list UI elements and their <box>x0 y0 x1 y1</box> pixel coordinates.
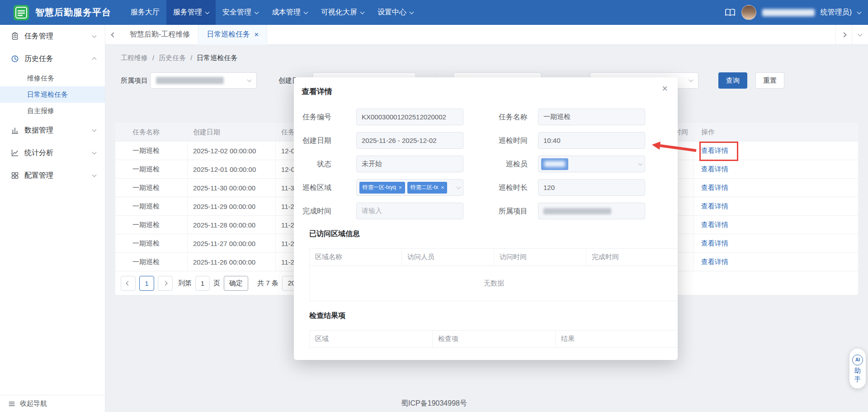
region-label: 巡检区域 <box>302 179 356 196</box>
visited-section-title: 已访问区域信息 <box>309 229 678 239</box>
modal-header: 查看详情 × <box>294 77 678 97</box>
menu-item-dashboard[interactable]: 可视化大屏 <box>314 0 371 25</box>
user-menu-chevron-icon[interactable] <box>857 9 862 14</box>
menu-item-cost-mgmt[interactable]: 成本管理 <box>265 0 314 25</box>
view-detail-modal: 查看详情 × 任务编号 KX00030001202512020002 任务名称 … <box>294 77 678 360</box>
result-table: 区域 检查项 结果 <box>309 330 678 348</box>
visited-table-header: 区域名称 访问人员 访问时间 完成时间 <box>310 248 678 266</box>
user-avatar[interactable] <box>741 5 756 20</box>
created-date-input[interactable]: 2025-11-26 - 2025-12-02 <box>356 132 463 149</box>
project-value-redacted <box>156 77 224 84</box>
ai-assistant-button[interactable]: AI 助 手 <box>849 349 866 388</box>
view-detail-link[interactable]: 查看详情 <box>701 184 728 192</box>
inspector-name-redacted <box>544 161 565 167</box>
inspect-time-label: 巡检时间 <box>463 132 538 149</box>
breadcrumb-item[interactable]: 工程维修 <box>121 54 148 62</box>
chevron-down-icon <box>638 161 643 166</box>
prev-page-button[interactable] <box>121 276 136 291</box>
region-tag: 特需二区-tx× <box>407 182 447 194</box>
finish-time-label: 完成时间 <box>302 203 356 219</box>
grid-icon <box>11 171 19 180</box>
task-no-input[interactable]: KX00030001202512020002 <box>356 109 463 125</box>
tabs-menu-icon[interactable] <box>852 25 868 45</box>
sidebar-subitem-daily-inspection[interactable]: 日常巡检任务 <box>0 86 105 103</box>
search-button[interactable]: 查询 <box>718 72 747 89</box>
view-detail-link[interactable]: 查看详情 <box>701 221 728 229</box>
tag-remove-icon[interactable]: × <box>399 185 402 191</box>
clipboard-icon <box>11 32 19 40</box>
inspector-select[interactable] <box>538 156 645 172</box>
finish-time-input[interactable]: 请输入 <box>356 203 463 219</box>
view-detail-link[interactable]: 查看详情 <box>701 239 728 248</box>
tabs-scroll-right-icon[interactable] <box>835 25 852 45</box>
task-name-input[interactable]: 一期巡检 <box>538 109 645 125</box>
sidebar-subitem-self-report[interactable]: 自主报修 <box>0 103 105 119</box>
page-tabbar: 智慧后勤-工程维修 日常巡检任务× <box>105 25 868 45</box>
status-input[interactable]: 未开始 <box>356 156 463 172</box>
total-count-label: 共 7 条 <box>257 279 278 288</box>
project-filter-label: 所属项目 <box>121 72 148 89</box>
manual-book-icon[interactable] <box>725 8 736 17</box>
inspector-label: 巡检员 <box>463 156 538 172</box>
menu-item-settings-center[interactable]: 设置中心 <box>371 0 420 25</box>
tab-close-icon[interactable]: × <box>254 31 259 38</box>
project-input[interactable] <box>538 203 645 219</box>
ai-icon: AI <box>852 355 863 365</box>
chevron-down-icon <box>205 9 210 14</box>
tabs-scroll-left-icon[interactable] <box>105 33 122 37</box>
duration-input[interactable]: 120 <box>538 179 645 196</box>
collapse-nav-button[interactable]: 收起导航 <box>0 395 105 412</box>
breadcrumb-separator: / <box>152 54 154 62</box>
region-tag: 特需一区-txyq× <box>359 182 405 194</box>
empty-placeholder: 无数据 <box>310 266 678 301</box>
tab-daily-inspection[interactable]: 日常巡检任务× <box>198 25 267 45</box>
breadcrumb-item[interactable]: 历史任务 <box>159 54 186 62</box>
sidebar-item-data-mgmt[interactable]: 数据管理 <box>0 119 105 142</box>
user-name-redacted <box>762 9 815 16</box>
breadcrumb-separator: / <box>190 54 192 62</box>
chevron-up-icon <box>92 57 97 62</box>
menu-item-safety-mgmt[interactable]: 安全管理 <box>216 0 265 25</box>
view-detail-link[interactable]: 查看详情 <box>701 165 728 174</box>
chevron-down-icon <box>360 9 365 14</box>
inspect-time-input[interactable]: 10:40 <box>538 132 645 149</box>
top-navbar: 智慧后勤服务平台 服务大厅 服务管理 安全管理 成本管理 可视化大屏 设置中心 … <box>0 0 868 25</box>
view-detail-link[interactable]: 查看详情 <box>701 202 728 211</box>
bar-chart-icon <box>11 126 19 134</box>
sidebar-item-config-mgmt[interactable]: 配置管理 <box>0 164 105 187</box>
sidebar-item-task-mgmt[interactable]: 任务管理 <box>0 25 105 47</box>
menu-item-service-hall[interactable]: 服务大厅 <box>124 0 166 25</box>
sidebar-item-history-tasks[interactable]: 历史任务 <box>0 47 105 70</box>
project-filter-select[interactable] <box>150 72 257 89</box>
project-value-redacted <box>543 208 611 214</box>
user-role-label: 统管理员) <box>821 8 852 17</box>
confirm-page-button[interactable]: 确定 <box>224 276 248 291</box>
sidebar-item-statistics[interactable]: 统计分析 <box>0 142 105 164</box>
menu-item-service-mgmt[interactable]: 服务管理 <box>166 0 216 25</box>
annotation-highlight-box <box>699 142 738 161</box>
breadcrumb: 工程维修 / 历史任务 / 日常巡检任务 <box>105 45 868 62</box>
chevron-down-icon <box>92 173 97 177</box>
app-logo-icon <box>14 5 29 20</box>
icp-label: 蜀ICP备19034998号 <box>401 399 467 408</box>
created-date-label: 创建日期 <box>302 132 356 149</box>
chevron-down-icon <box>92 33 97 38</box>
tab-engineering-repair[interactable]: 智慧后勤-工程维修 <box>122 25 198 45</box>
status-label: 状态 <box>302 156 356 172</box>
close-icon[interactable]: × <box>662 84 668 94</box>
chevron-down-icon <box>247 78 252 82</box>
sidebar-subitem-repair-tasks[interactable]: 维修任务 <box>0 70 105 86</box>
reset-button[interactable]: 重置 <box>755 72 784 89</box>
chevron-down-icon <box>410 9 414 14</box>
chevron-down-icon <box>255 9 259 14</box>
region-select[interactable]: 特需一区-txyq× 特需二区-tx× <box>356 179 463 196</box>
view-detail-link[interactable]: 查看详情 <box>701 258 728 266</box>
next-page-button[interactable] <box>158 276 173 291</box>
page-jump-input[interactable]: 1 <box>195 276 210 291</box>
chevron-down-icon <box>92 150 97 155</box>
tag-remove-icon[interactable]: × <box>441 185 444 191</box>
modal-body: 任务编号 KX00030001202512020002 任务名称 一期巡检 创建… <box>294 97 678 348</box>
goto-label: 到第 <box>178 279 192 288</box>
result-table-header: 区域 检查项 结果 <box>310 330 678 348</box>
page-number-button[interactable]: 1 <box>139 276 154 291</box>
